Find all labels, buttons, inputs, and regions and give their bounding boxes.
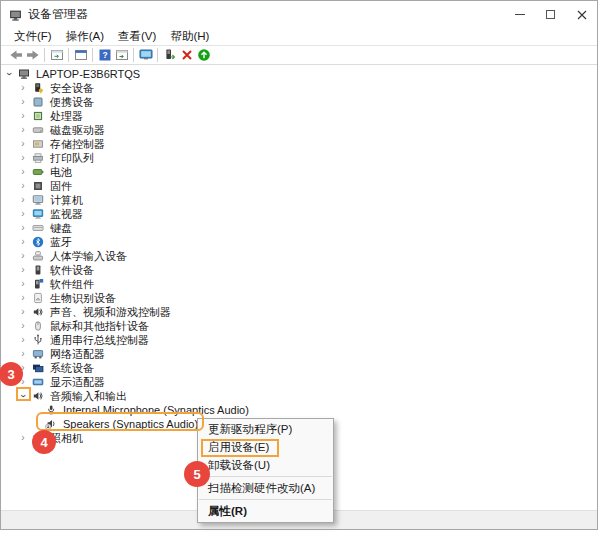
close-button[interactable] (566, 1, 597, 28)
context-menu-item[interactable]: 卸载设备(U) (198, 456, 333, 474)
caption-buttons (504, 1, 597, 28)
back-icon[interactable] (7, 47, 24, 63)
chevron-collapsed-icon[interactable]: › (18, 279, 28, 289)
chevron-collapsed-icon[interactable]: › (18, 307, 28, 317)
chevron-collapsed-icon[interactable]: › (18, 321, 28, 331)
tree-item[interactable]: ›打印队列 (1, 151, 597, 165)
tree-item[interactable]: ›软件组件 (1, 277, 597, 291)
tree-item[interactable]: ›便携设备 (1, 95, 597, 109)
chevron-collapsed-icon[interactable]: › (18, 181, 28, 191)
tree-item[interactable]: ›安全设备 (1, 81, 597, 95)
tree-item[interactable]: ›存储控制器 (1, 137, 597, 151)
tree-item[interactable]: ›监视器 (1, 207, 597, 221)
chevron-collapsed-icon[interactable]: › (18, 195, 28, 205)
tree-item-label: 通用串行总线控制器 (48, 333, 151, 348)
usb-icon (32, 334, 45, 346)
chevron-collapsed-icon[interactable]: › (18, 433, 28, 443)
chevron-collapsed-icon[interactable]: › (18, 223, 28, 233)
tree-item[interactable]: ›计算机 (1, 193, 597, 207)
context-menu-item[interactable]: 扫描检测硬件改动(A) (198, 479, 333, 497)
close-icon (577, 10, 587, 20)
properties-icon[interactable] (72, 47, 89, 63)
tree-item[interactable]: ›系统设备 (1, 361, 597, 375)
menu-item-1[interactable]: 文件(F) (8, 29, 58, 44)
tree-item[interactable]: ›固件 (1, 179, 597, 193)
step-3-number: 3 (7, 367, 14, 382)
mouse-icon (32, 320, 45, 332)
menu-item-2[interactable]: 操作(A) (60, 29, 110, 44)
chevron-collapsed-icon[interactable]: › (18, 265, 28, 275)
forward-icon[interactable] (24, 47, 41, 63)
tree-item[interactable]: ›LAPTOP-E3B6RTQS (1, 67, 597, 81)
uninstall-device-icon[interactable] (178, 47, 195, 63)
printer-icon (32, 152, 45, 164)
menu-item-3[interactable]: 查看(V) (112, 29, 162, 44)
tree-item[interactable]: ›键盘 (1, 221, 597, 235)
help-icon[interactable]: ? (96, 47, 113, 63)
hid-icon (32, 250, 45, 262)
tree-item-label: 电池 (48, 165, 74, 180)
chevron-collapsed-icon[interactable]: › (18, 153, 28, 163)
action-pane-icon[interactable] (113, 47, 130, 63)
tree-item[interactable]: ›通用串行总线控制器 (1, 333, 597, 347)
minimize-button[interactable] (504, 1, 535, 28)
storage-icon (32, 138, 45, 150)
tree-item[interactable]: ›处理器 (1, 109, 597, 123)
software-icon (32, 264, 45, 276)
chevron-collapsed-icon[interactable]: › (18, 139, 28, 149)
toolbar-separator (133, 48, 134, 62)
device-manager-icon (9, 8, 22, 21)
context-menu: 更新驱动程序(P)启用设备(E)卸载设备(U)扫描检测硬件改动(A)属性(R) (197, 418, 334, 523)
tree-item[interactable]: ›蓝牙 (1, 235, 597, 249)
console-tree-icon[interactable] (48, 47, 65, 63)
chevron-collapsed-icon[interactable]: › (18, 83, 28, 93)
bluetooth-icon (32, 236, 45, 248)
tree-item-label: 便携设备 (48, 95, 96, 110)
tree-item[interactable]: ›显示适配器 (1, 375, 597, 389)
enable-device-icon[interactable] (195, 47, 212, 63)
chevron-collapsed-icon[interactable]: › (18, 335, 28, 345)
menu-bar: 文件(F)操作(A)查看(V)帮助(H) (1, 28, 597, 46)
chevron-collapsed-icon[interactable]: › (18, 293, 28, 303)
chevron-collapsed-icon[interactable]: › (18, 349, 28, 359)
tree-item[interactable]: ›电池 (1, 165, 597, 179)
chevron-collapsed-icon[interactable]: › (18, 111, 28, 121)
highlight-box-enable-device (201, 439, 279, 457)
tree-item[interactable]: ›声音、视频和游戏控制器 (1, 305, 597, 319)
tree-item-label: 监视器 (48, 207, 85, 222)
chevron-collapsed-icon[interactable]: › (18, 97, 28, 107)
maximize-button[interactable] (535, 1, 566, 28)
title-bar: 设备管理器 (1, 1, 597, 28)
tree-item[interactable]: ›音频输入和输出 (1, 389, 597, 403)
tree-item[interactable]: ›网络适配器 (1, 347, 597, 361)
keyboard-icon (32, 222, 45, 234)
chevron-expanded-icon[interactable]: › (4, 69, 14, 79)
tree-item-label: 打印队列 (48, 151, 96, 166)
chevron-collapsed-icon[interactable]: › (18, 125, 28, 135)
tree-item-label: LAPTOP-E3B6RTQS (34, 68, 142, 80)
update-driver-icon[interactable] (161, 47, 178, 63)
chevron-collapsed-icon[interactable]: › (18, 167, 28, 177)
tree-item-label: 显示适配器 (48, 375, 107, 390)
tree-item[interactable]: ›磁盘驱动器 (1, 123, 597, 137)
chevron-collapsed-icon[interactable]: › (18, 209, 28, 219)
tree-item-label: 软件组件 (48, 277, 96, 292)
scan-monitor-icon[interactable] (137, 47, 154, 63)
menu-item-4[interactable]: 帮助(H) (164, 29, 215, 44)
audio-icon (32, 390, 45, 402)
tree-item-label: 鼠标和其他指针设备 (48, 319, 151, 334)
context-menu-item[interactable]: 更新驱动程序(P) (198, 420, 333, 438)
window-title: 设备管理器 (28, 6, 88, 23)
sound-icon (32, 306, 45, 318)
tree-item[interactable]: ›生物识别设备 (1, 291, 597, 305)
chevron-collapsed-icon[interactable]: › (18, 237, 28, 247)
context-menu-item[interactable]: 属性(R) (198, 502, 333, 520)
chevron-collapsed-icon[interactable]: › (18, 251, 28, 261)
tree-item[interactable]: ›人体学输入设备 (1, 249, 597, 263)
computer-icon (18, 68, 31, 80)
firmware-icon (32, 180, 45, 192)
tree-item[interactable]: ›鼠标和其他指针设备 (1, 319, 597, 333)
toolbar: ? (1, 46, 597, 65)
tree-item[interactable]: ›软件设备 (1, 263, 597, 277)
step-4-badge: 4 (32, 430, 56, 454)
